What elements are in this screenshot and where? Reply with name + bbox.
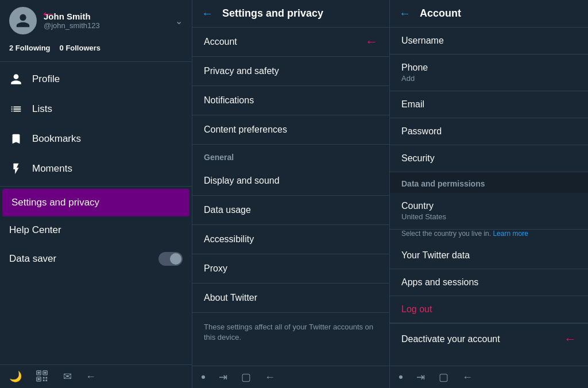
sidebar-item-moments[interactable]: Moments bbox=[0, 154, 192, 184]
learn-more-link[interactable]: Learn more bbox=[493, 230, 528, 238]
follow-row: 2 Following 0 Followers bbox=[0, 41, 192, 59]
qr-icon[interactable] bbox=[36, 370, 49, 383]
person-icon bbox=[9, 72, 23, 86]
right-bottom-nav: ⇥ ▢ ← bbox=[390, 366, 588, 388]
divider bbox=[0, 61, 192, 62]
data-saver-row: Data saver bbox=[0, 244, 192, 274]
account-item-username[interactable]: Username bbox=[390, 28, 588, 55]
dot-middle bbox=[202, 375, 205, 379]
back-icon-right[interactable]: ← bbox=[462, 371, 473, 383]
mail-icon[interactable]: ✉ bbox=[63, 370, 72, 383]
data-section-header: Data and permissions bbox=[390, 172, 588, 193]
svg-rect-5 bbox=[38, 378, 40, 381]
account-label: Account bbox=[204, 37, 237, 46]
list-icon bbox=[9, 102, 23, 116]
data-saver-label: Data saver bbox=[9, 253, 56, 265]
followers-count: 0 Followers bbox=[60, 44, 101, 52]
settings-item-proxy[interactable]: Proxy bbox=[192, 254, 389, 284]
country-sub: United States bbox=[401, 212, 577, 221]
settings-item-notifications[interactable]: Notifications bbox=[192, 86, 389, 115]
email-label: Email bbox=[401, 99, 577, 110]
bookmark-icon bbox=[9, 132, 23, 146]
account-item-logout[interactable]: Log out bbox=[390, 296, 588, 323]
security-label: Security bbox=[401, 153, 577, 164]
back-button-middle[interactable]: ← bbox=[202, 7, 213, 20]
svg-rect-1 bbox=[38, 372, 40, 374]
settings-item-about[interactable]: About Twitter bbox=[192, 284, 389, 313]
data-saver-toggle[interactable] bbox=[158, 252, 183, 266]
settings-item-account[interactable]: Account ← bbox=[192, 28, 389, 57]
user-handle: @john_smith123 bbox=[44, 21, 168, 30]
left-bottom-nav: 🌙 ✉ ← bbox=[0, 364, 192, 388]
settings-item-accessibility[interactable]: Accessibility bbox=[192, 225, 389, 254]
settings-item-data[interactable]: Data usage bbox=[192, 196, 389, 225]
reply-icon-right[interactable]: ⇥ bbox=[416, 371, 425, 383]
right-content: Username Phone Add Email Password Securi… bbox=[390, 28, 588, 388]
back-button-right[interactable]: ← bbox=[399, 7, 411, 20]
country-note: Select the country you live in. Learn mo… bbox=[390, 230, 588, 242]
bookmarks-label: Bookmarks bbox=[32, 133, 81, 145]
account-item-phone[interactable]: Phone Add bbox=[390, 55, 588, 91]
back-icon-middle[interactable]: ← bbox=[265, 371, 275, 383]
account-item-email[interactable]: Email bbox=[390, 91, 588, 118]
right-header: ← Account bbox=[390, 0, 588, 28]
twitter-data-label: Your Twitter data bbox=[401, 250, 577, 261]
chevron-down-icon[interactable]: ⌄ bbox=[175, 15, 183, 26]
user-name: John Smith bbox=[44, 11, 168, 21]
dot-right bbox=[399, 375, 403, 379]
settings-label: Settings and privacy bbox=[11, 197, 99, 208]
notifications-label: Notifications bbox=[204, 95, 254, 105]
phone-sub: Add bbox=[401, 74, 577, 83]
avatar[interactable] bbox=[9, 7, 37, 34]
left-header: → John Smith @john_smith123 ⌄ bbox=[0, 0, 192, 41]
middle-header: ← Settings and privacy bbox=[192, 0, 389, 28]
lists-label: Lists bbox=[32, 103, 52, 115]
svg-rect-7 bbox=[45, 377, 47, 379]
reply-icon-middle[interactable]: ⇥ bbox=[219, 371, 227, 383]
phone-label: Phone bbox=[401, 63, 577, 73]
svg-rect-6 bbox=[43, 377, 45, 379]
arrow-indicator-account: ← bbox=[365, 34, 378, 49]
logout-label: Log out bbox=[401, 304, 577, 315]
svg-rect-3 bbox=[44, 372, 47, 374]
left-panel: → John Smith @john_smith123 ⌄ 2 Followin… bbox=[0, 0, 192, 388]
middle-bottom-nav: ⇥ ▢ ← bbox=[192, 366, 390, 388]
svg-rect-9 bbox=[45, 379, 47, 381]
privacy-label: Privacy and safety bbox=[204, 66, 279, 76]
bolt-icon bbox=[9, 162, 23, 176]
settings-item-display[interactable]: Display and sound bbox=[192, 166, 389, 196]
username-label: Username bbox=[401, 36, 577, 46]
account-item-twitter-data[interactable]: Your Twitter data bbox=[390, 242, 588, 269]
left-nav: Profile Lists Bookmarks Moments Settings bbox=[0, 64, 192, 388]
help-center-label: Help Center bbox=[9, 224, 61, 235]
account-item-apps[interactable]: Apps and sessions bbox=[390, 269, 588, 296]
arrow-indicator-left: → bbox=[40, 5, 56, 23]
back-icon-left[interactable]: ← bbox=[86, 371, 96, 383]
square-icon-middle[interactable]: ▢ bbox=[241, 371, 251, 383]
general-section-header: General bbox=[192, 145, 389, 166]
settings-item-content[interactable]: Content preferences bbox=[192, 115, 389, 145]
middle-title: Settings and privacy bbox=[222, 7, 323, 20]
sidebar-item-lists[interactable]: Lists bbox=[0, 94, 192, 124]
sidebar-item-settings[interactable]: Settings and privacy bbox=[2, 189, 189, 216]
account-item-security[interactable]: Security bbox=[390, 145, 588, 172]
user-info: John Smith @john_smith123 bbox=[44, 11, 168, 30]
sidebar-item-bookmarks[interactable]: Bookmarks bbox=[0, 124, 192, 154]
moon-icon[interactable]: 🌙 bbox=[9, 370, 22, 383]
footer-note: These settings affect all of your Twitte… bbox=[192, 313, 389, 352]
divider-2 bbox=[0, 186, 192, 187]
svg-rect-8 bbox=[43, 379, 45, 381]
country-label: Country bbox=[401, 201, 577, 211]
settings-item-privacy[interactable]: Privacy and safety bbox=[192, 57, 389, 86]
square-icon-right[interactable]: ▢ bbox=[439, 371, 448, 383]
middle-panel: ← Settings and privacy Account ← Privacy… bbox=[192, 0, 390, 388]
account-item-country[interactable]: Country United States bbox=[390, 193, 588, 230]
password-label: Password bbox=[401, 126, 577, 137]
sidebar-item-profile[interactable]: Profile bbox=[0, 64, 192, 94]
content-label: Content preferences bbox=[204, 125, 287, 134]
account-item-password[interactable]: Password bbox=[390, 118, 588, 145]
account-item-deactivate[interactable]: Deactivate your account ← bbox=[390, 323, 588, 355]
arrow-indicator-deactivate: ← bbox=[564, 332, 577, 347]
sidebar-item-help[interactable]: Help Center bbox=[0, 216, 192, 244]
apps-label: Apps and sessions bbox=[401, 277, 577, 288]
